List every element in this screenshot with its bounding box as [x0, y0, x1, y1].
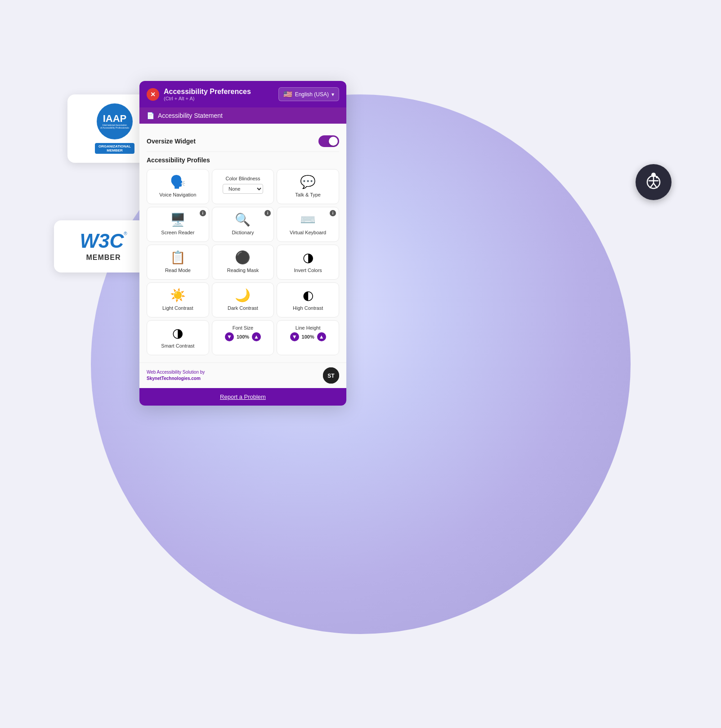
panel-header: ✕ Accessibility Preferences (Ctrl + Alt …	[139, 81, 346, 107]
header-left: ✕ Accessibility Preferences (Ctrl + Alt …	[147, 88, 251, 101]
dictionary-info-icon[interactable]: i	[264, 210, 271, 216]
panel-title: Accessibility Preferences	[164, 88, 251, 96]
reading-mask-tile[interactable]: ⚫ Reading Mask	[212, 245, 274, 280]
voice-navigation-icon: 🗣️	[170, 176, 186, 188]
font-size-label: Font Size	[233, 325, 253, 331]
dark-contrast-tile[interactable]: 🌙 Dark Contrast	[212, 282, 274, 317]
virtual-keyboard-tile[interactable]: i ⌨️ Virtual Keyboard	[277, 207, 339, 242]
smart-contrast-icon: ◑	[172, 327, 183, 339]
screen-reader-label: Screen Reader	[161, 230, 194, 235]
line-height-increase-button[interactable]: ▲	[317, 332, 326, 341]
report-problem-bar[interactable]: Report a Problem	[139, 388, 346, 406]
iaap-badge: IAAP International Association of Access…	[97, 103, 133, 139]
accessibility-statement-bar[interactable]: 📄 Accessibility Statement	[139, 107, 346, 124]
line-height-label: Line Height	[296, 325, 321, 331]
talk-and-type-label: Talk & Type	[295, 192, 321, 197]
skynet-logo-icon: ST	[323, 367, 339, 384]
oversize-widget-row: Oversize Widget	[147, 131, 339, 152]
w3c-card: W3C ® MEMBER	[54, 220, 153, 272]
iaap-org-badge: ORGANIZATIONAL MEMBER	[95, 143, 134, 154]
accessibility-widget-button[interactable]	[636, 164, 672, 200]
screen-reader-tile[interactable]: i 🖥️ Screen Reader	[147, 207, 209, 242]
talk-and-type-tile[interactable]: 💬 Talk & Type	[277, 169, 339, 204]
light-contrast-label: Light Contrast	[162, 305, 193, 311]
svg-line-4	[654, 183, 657, 188]
language-selector[interactable]: 🇺🇸 English (USA) ▾	[278, 87, 339, 101]
high-contrast-icon: ◐	[303, 289, 313, 302]
footer-logo: ST	[323, 367, 339, 384]
font-size-tile: Font Size ▼ 100% ▲	[212, 320, 274, 355]
oversize-widget-toggle[interactable]	[318, 135, 339, 147]
row-read-mode: 📋 Read Mode ⚫ Reading Mask ◑ Invert Colo…	[147, 245, 339, 280]
color-blindness-tile[interactable]: Color Blindness None Protanopia Deuteran…	[212, 169, 274, 204]
invert-colors-tile[interactable]: ◑ Invert Colors	[277, 245, 339, 280]
talk-and-type-icon: 💬	[300, 176, 316, 188]
row-voice-nav: 🗣️ Voice Navigation Color Blindness None…	[147, 169, 339, 204]
dictionary-icon: 🔍	[235, 214, 251, 226]
virtual-keyboard-info-icon[interactable]: i	[330, 210, 336, 216]
footer-text-line2: SkynetTechnologies.com	[147, 375, 205, 382]
statement-label: Accessibility Statement	[158, 112, 223, 119]
font-size-controls: ▼ 100% ▲	[225, 332, 261, 341]
w3c-logo-text: W3C	[80, 231, 124, 251]
panel-shortcut: (Ctrl + Alt + A)	[164, 96, 251, 101]
line-height-tile: Line Height ▼ 100% ▲	[277, 320, 339, 355]
footer-text-line1: Web Accessibility Solution by	[147, 369, 205, 375]
light-contrast-icon: ☀️	[170, 289, 186, 302]
iaap-subtitle: International Association of Accessibili…	[100, 124, 129, 129]
color-blindness-select[interactable]: None Protanopia Deuteranopia Tritanopia	[223, 184, 263, 194]
close-button[interactable]: ✕	[147, 88, 159, 101]
virtual-keyboard-label: Virtual Keyboard	[290, 230, 326, 235]
language-label: English (USA)	[295, 91, 329, 98]
svg-point-6	[656, 176, 658, 179]
smart-contrast-tile[interactable]: ◑ Smart Contrast	[147, 320, 209, 355]
row-screen-reader: i 🖥️ Screen Reader i 🔍 Dictionary i ⌨️ V…	[147, 207, 339, 242]
header-title-group: Accessibility Preferences (Ctrl + Alt + …	[164, 88, 251, 101]
row-bottom: ◑ Smart Contrast Font Size ▼ 100% ▲ Line…	[147, 320, 339, 355]
reading-mask-label: Reading Mask	[227, 268, 259, 273]
invert-colors-label: Invert Colors	[294, 268, 322, 273]
invert-colors-icon: ◑	[303, 251, 313, 264]
voice-navigation-tile[interactable]: 🗣️ Voice Navigation	[147, 169, 209, 204]
iaap-logo-text: IAAP	[103, 114, 127, 124]
screen-reader-info-icon[interactable]: i	[200, 210, 206, 216]
statement-icon: 📄	[147, 112, 154, 119]
w3c-member-label: MEMBER	[86, 254, 121, 262]
line-height-decrease-button[interactable]: ▼	[290, 332, 299, 341]
high-contrast-label: High Contrast	[293, 305, 323, 311]
accessibility-profiles-label: Accessibility Profiles	[147, 152, 339, 166]
panel-body: Oversize Widget Accessibility Profiles 🗣…	[139, 124, 346, 362]
w3c-logo-container: W3C ®	[80, 231, 127, 251]
dark-contrast-icon: 🌙	[235, 289, 251, 302]
read-mode-tile[interactable]: 📋 Read Mode	[147, 245, 209, 280]
accessibility-panel: ✕ Accessibility Preferences (Ctrl + Alt …	[139, 81, 346, 406]
high-contrast-tile[interactable]: ◐ High Contrast	[277, 282, 339, 317]
read-mode-label: Read Mode	[165, 268, 191, 273]
report-problem-label: Report a Problem	[220, 393, 266, 400]
dark-contrast-label: Dark Contrast	[228, 305, 258, 311]
svg-text:ST: ST	[327, 373, 335, 379]
read-mode-icon: 📋	[170, 251, 186, 264]
font-size-value: 100%	[237, 334, 249, 339]
footer-text: Web Accessibility Solution by SkynetTech…	[147, 369, 205, 382]
panel-footer: Web Accessibility Solution by SkynetTech…	[139, 362, 346, 388]
voice-navigation-label: Voice Navigation	[159, 192, 196, 197]
dictionary-tile[interactable]: i 🔍 Dictionary	[212, 207, 274, 242]
font-size-increase-button[interactable]: ▲	[252, 332, 261, 341]
line-height-value: 100%	[302, 334, 314, 339]
chevron-down-icon: ▾	[331, 91, 334, 98]
accessibility-icon	[642, 171, 665, 193]
oversize-widget-label: Oversize Widget	[147, 138, 196, 145]
smart-contrast-label: Smart Contrast	[161, 343, 194, 348]
color-blindness-label: Color Blindness	[225, 176, 260, 181]
row-contrast: ☀️ Light Contrast 🌙 Dark Contrast ◐ High…	[147, 282, 339, 317]
reading-mask-icon: ⚫	[235, 251, 251, 264]
dictionary-label: Dictionary	[232, 230, 254, 235]
font-size-decrease-button[interactable]: ▼	[225, 332, 234, 341]
svg-line-3	[650, 183, 654, 188]
line-height-controls: ▼ 100% ▲	[290, 332, 326, 341]
w3c-trademark: ®	[124, 231, 127, 236]
virtual-keyboard-icon: ⌨️	[300, 214, 316, 226]
screen-reader-icon: 🖥️	[170, 214, 186, 226]
light-contrast-tile[interactable]: ☀️ Light Contrast	[147, 282, 209, 317]
